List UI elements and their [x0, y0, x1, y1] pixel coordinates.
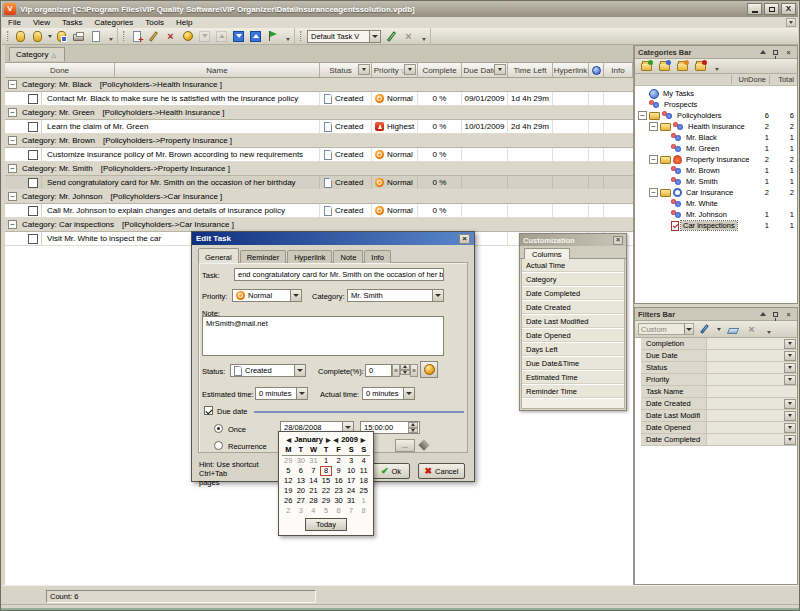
- due-date-checkbox[interactable]: [204, 406, 213, 415]
- filter-value[interactable]: [707, 398, 784, 409]
- calendar-day[interactable]: 6: [295, 466, 308, 476]
- note-textarea[interactable]: MrSmith@mail.net: [202, 316, 444, 356]
- collapse-group-icon[interactable]: −: [8, 108, 17, 117]
- category-row[interactable]: −Category: Mr. Brown[Policyholders->Prop…: [5, 134, 633, 148]
- category-tree-item[interactable]: −Property Insurance22: [635, 154, 797, 165]
- category-tree-item[interactable]: Mr. White: [635, 198, 797, 209]
- customization-column-item[interactable]: Category: [522, 273, 624, 287]
- notifications-icon[interactable]: [265, 29, 280, 43]
- filter-value[interactable]: [707, 350, 784, 361]
- open-database-icon-dropdown[interactable]: [46, 30, 53, 42]
- filter-dropdown-icon[interactable]: [784, 339, 796, 349]
- category-tree-item[interactable]: Prospects: [635, 99, 797, 110]
- column-header-priority[interactable]: Priority▽: [372, 63, 418, 77]
- collapse-group-icon[interactable]: −: [8, 80, 17, 89]
- menu-categories[interactable]: Categories: [89, 17, 140, 28]
- drag-handle[interactable]: [7, 31, 9, 41]
- filter-dropdown-icon[interactable]: [784, 423, 796, 433]
- complete-task-button[interactable]: [420, 361, 438, 378]
- calendar-day[interactable]: 2: [282, 506, 295, 516]
- task-row[interactable]: Call Mr. Johnson to explain changes and …: [5, 204, 633, 218]
- edit-task-icon[interactable]: [146, 29, 161, 43]
- calendar-day[interactable]: 22: [320, 486, 333, 496]
- calendar-day[interactable]: 3: [345, 456, 358, 466]
- toolbar-overflow-icon[interactable]: [283, 30, 292, 43]
- category-row[interactable]: −Category: Mr. Smith[Policyholders->Prop…: [5, 162, 633, 176]
- calendar-day[interactable]: 24: [345, 486, 358, 496]
- tab-info[interactable]: Info: [364, 250, 391, 263]
- priority-combo[interactable]: Normal: [232, 289, 302, 302]
- filter-value[interactable]: [707, 338, 784, 349]
- customization-column-item[interactable]: Date Last Modified: [522, 315, 624, 329]
- calendar-day[interactable]: 8: [320, 466, 333, 476]
- task-done-checkbox[interactable]: [28, 206, 38, 216]
- filter-value[interactable]: [707, 422, 784, 433]
- category-tree-item[interactable]: Mr. Smith11: [635, 176, 797, 187]
- new-task-icon[interactable]: [129, 29, 144, 43]
- column-header-notes[interactable]: [589, 63, 604, 77]
- edit-category-icon[interactable]: [675, 59, 690, 73]
- filter-dropdown-icon[interactable]: [784, 363, 796, 373]
- chevron-down-icon[interactable]: [296, 388, 307, 399]
- restore-button[interactable]: [764, 3, 779, 15]
- chevron-down-icon[interactable]: [432, 290, 443, 301]
- chevron-down-icon[interactable]: [290, 290, 301, 301]
- task-row[interactable]: Send congratulatory card for Mr. Smith o…: [5, 176, 633, 190]
- column-header-hyperlink[interactable]: Hyperlink: [553, 63, 589, 77]
- column-header-time-left[interactable]: Time Left: [508, 63, 553, 77]
- customization-column-item[interactable]: Reminder Time: [522, 385, 624, 399]
- calendar-day[interactable]: 2: [332, 456, 345, 466]
- pin-panel-button[interactable]: [770, 309, 781, 319]
- collapse-group-icon[interactable]: −: [8, 136, 17, 145]
- calendar-day[interactable]: 11: [357, 466, 370, 476]
- close-panel-button[interactable]: ×: [783, 309, 794, 319]
- filter-dropdown-icon[interactable]: [784, 375, 796, 385]
- spin-down-icon[interactable]: [408, 428, 418, 434]
- column-header-due-date[interactable]: Due Date: [462, 63, 508, 77]
- calendar-day[interactable]: 20: [295, 486, 308, 496]
- chevron-down-icon[interactable]: [684, 324, 693, 334]
- customization-column-item[interactable]: Days Left: [522, 343, 624, 357]
- task-input[interactable]: end congratulatory card for Mr. Smith on…: [234, 268, 444, 281]
- calendar-day[interactable]: 26: [282, 496, 295, 506]
- task-done-checkbox[interactable]: [28, 150, 38, 160]
- filter-row[interactable]: Date Created: [641, 398, 797, 410]
- collapse-group-icon[interactable]: −: [8, 192, 17, 201]
- calendar-day[interactable]: 21: [307, 486, 320, 496]
- toolbar-overflow-icon[interactable]: [764, 323, 773, 336]
- column-header-complete[interactable]: Complete: [418, 63, 462, 77]
- tab-columns[interactable]: Columns: [524, 248, 570, 259]
- filter-value[interactable]: [707, 410, 784, 421]
- filter-value[interactable]: [707, 374, 784, 385]
- calendar-day[interactable]: 30: [295, 456, 308, 466]
- filter-row[interactable]: Status: [641, 362, 797, 374]
- add-category-icon[interactable]: [639, 59, 654, 73]
- time-spin-buttons[interactable]: [408, 422, 418, 433]
- task-row[interactable]: Learn the claim of Mr. GreenCreatedHighe…: [5, 120, 633, 134]
- calendar-day[interactable]: 31: [345, 496, 358, 506]
- previous-year-icon[interactable]: ◀: [334, 436, 339, 443]
- menu-tasks[interactable]: Tasks: [56, 17, 88, 28]
- tab-hyperlink[interactable]: Hyperlink: [287, 250, 332, 263]
- calendar-day[interactable]: 29: [282, 456, 295, 466]
- customization-column-item[interactable]: Date Created: [522, 301, 624, 315]
- complete-task-icon[interactable]: [180, 29, 195, 43]
- close-icon[interactable]: ×: [613, 236, 623, 245]
- calendar-day[interactable]: 23: [332, 486, 345, 496]
- filter-dropdown-icon[interactable]: [784, 411, 796, 421]
- ok-button[interactable]: ✔Ok: [372, 463, 410, 479]
- category-row[interactable]: −Category: Mr. Johnson[Policyholders->Ca…: [5, 190, 633, 204]
- filter-dropdown-icon[interactable]: [784, 435, 796, 445]
- task-row[interactable]: Contact Mr. Black to make sure he is sat…: [5, 92, 633, 106]
- chevron-down-icon[interactable]: [294, 365, 305, 376]
- task-row[interactable]: Customize insurance policy of Mr. Brown …: [5, 148, 633, 162]
- column-header-done[interactable]: Done: [5, 63, 115, 77]
- toolbar-overflow-icon[interactable]: [419, 30, 428, 43]
- filter-row[interactable]: Completion: [641, 338, 797, 350]
- spin-buttons[interactable]: [400, 364, 410, 375]
- calendar-day[interactable]: 31: [307, 456, 320, 466]
- next-year-icon[interactable]: ▶: [361, 436, 366, 443]
- filter-options-dropdown[interactable]: [715, 323, 722, 335]
- column-header-status[interactable]: Status: [320, 63, 372, 77]
- close-icon[interactable]: ×: [459, 234, 470, 244]
